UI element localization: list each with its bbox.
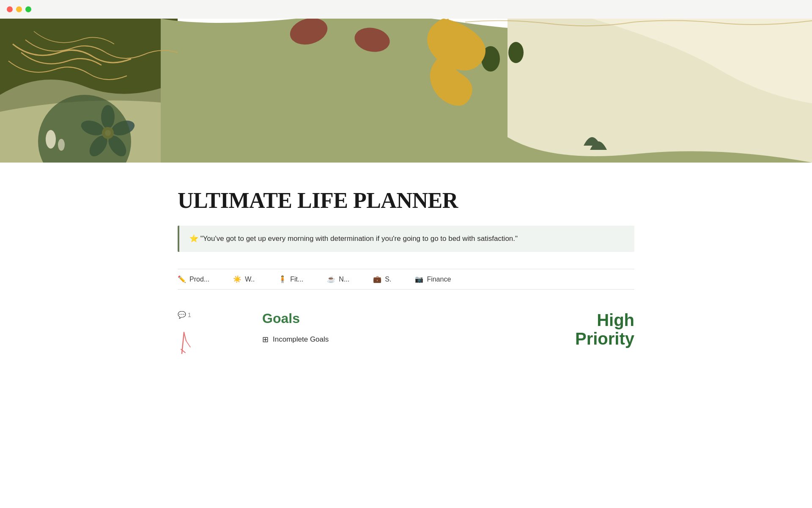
- nav-tabs: ✏️ Prod... ☀️ W.. 🧍 Fit... ☕ N... 💼 S. 📷: [178, 269, 634, 290]
- hero-banner: [0, 19, 812, 163]
- svg-line-16: [184, 332, 186, 341]
- thumbnail-area: 💬 1: [178, 311, 228, 359]
- tab-finance-label: Finance: [427, 276, 451, 283]
- comment-icon: 💬: [178, 311, 186, 319]
- quote-emoji: ⭐: [189, 235, 198, 243]
- priority-section: High Priority: [575, 311, 634, 348]
- svg-line-17: [186, 341, 190, 347]
- tab-social[interactable]: 💼 S.: [373, 269, 401, 289]
- tab-wellness[interactable]: ☀️ W..: [233, 269, 265, 289]
- svg-point-9: [46, 130, 56, 149]
- window-chrome: [0, 0, 812, 19]
- goals-title: Goals: [262, 311, 541, 326]
- window-buttons: [7, 6, 31, 12]
- close-button[interactable]: [7, 6, 13, 12]
- camera-icon: 📷: [415, 275, 423, 283]
- tab-productivity[interactable]: ✏️ Prod...: [178, 269, 219, 289]
- bottom-section: 💬 1 Goals ⊞ Incomplete Goals: [178, 290, 634, 359]
- svg-point-10: [58, 139, 65, 151]
- coffee-icon: ☕: [327, 275, 335, 283]
- tab-fitness-label: Fit...: [290, 276, 303, 283]
- pencil-icon: ✏️: [178, 275, 186, 283]
- sun-icon: ☀️: [233, 275, 241, 283]
- maximize-button[interactable]: [25, 6, 31, 12]
- content-area: ULTIMATE LIFE PLANNER ⭐ "You've got to g…: [110, 163, 702, 359]
- priority-label: High Priority: [575, 311, 634, 348]
- tab-fitness[interactable]: 🧍 Fit...: [278, 269, 313, 289]
- thumbnail-sketch: [178, 324, 220, 358]
- tab-nutrition[interactable]: ☕ N...: [327, 269, 359, 289]
- comment-count: 1: [188, 312, 191, 318]
- incomplete-goals-row[interactable]: ⊞ Incomplete Goals: [262, 335, 541, 344]
- page-wrapper: ULTIMATE LIFE PLANNER ⭐ "You've got to g…: [0, 19, 812, 359]
- priority-word: Priority: [575, 329, 634, 348]
- quote-text: ⭐ "You've got to get up every morning wi…: [189, 233, 518, 244]
- goals-section: Goals ⊞ Incomplete Goals: [262, 311, 541, 344]
- priority-high: High: [597, 311, 634, 329]
- quote-content: "You've got to get up every morning with…: [200, 235, 518, 243]
- person-icon: 🧍: [278, 275, 287, 283]
- title-section: ULTIMATE LIFE PLANNER: [178, 163, 634, 226]
- table-icon: ⊞: [262, 335, 269, 344]
- page-title: ULTIMATE LIFE PLANNER: [178, 188, 634, 213]
- tab-nutrition-label: N...: [339, 276, 349, 283]
- comment-badge: 💬 1: [178, 311, 228, 319]
- tab-wellness-label: W..: [245, 276, 255, 283]
- briefcase-icon: 💼: [373, 275, 381, 283]
- svg-point-14: [508, 42, 524, 63]
- tab-finance[interactable]: 📷 Finance: [415, 269, 461, 289]
- tab-productivity-label: Prod...: [189, 276, 209, 283]
- quote-block: ⭐ "You've got to get up every morning wi…: [178, 226, 634, 252]
- incomplete-goals-label: Incomplete Goals: [273, 335, 329, 344]
- tab-social-label: S.: [385, 276, 391, 283]
- minimize-button[interactable]: [16, 6, 22, 12]
